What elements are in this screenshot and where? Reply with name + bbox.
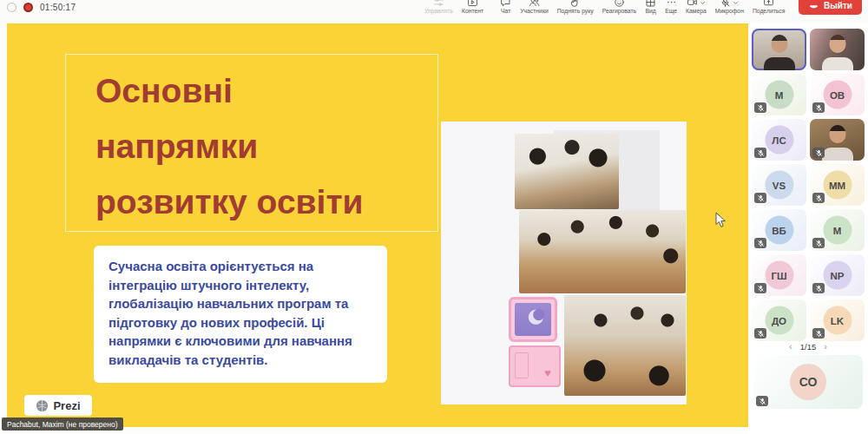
toolbar-label: Участники xyxy=(520,8,548,14)
toolbar-view-button[interactable]: Вид xyxy=(641,0,661,14)
participant-tile[interactable]: VS xyxy=(752,164,806,206)
content-icon xyxy=(467,0,478,6)
participants-icon xyxy=(529,0,540,6)
toolbar-share-button[interactable]: Поделиться xyxy=(748,0,790,14)
computer-keyboard xyxy=(509,345,561,387)
participants-grid: МОВЛСVSММВБМГШNPДОLK xyxy=(752,29,865,341)
prezi-label: Prezi xyxy=(53,399,80,412)
prezi-globe-icon xyxy=(36,399,49,412)
toolbar-items: УправлятьКонтентЧатУчастникиПоднять руку… xyxy=(420,0,789,23)
computer-screen-moon xyxy=(515,303,551,336)
timer-text: 01:50:17 xyxy=(40,3,76,12)
slide-title: Основні напрямки розвитку освіти xyxy=(95,63,364,230)
record-icon xyxy=(23,3,33,12)
toolbar-content-button[interactable]: Контент xyxy=(457,0,488,14)
recording-timer: 01:50:17 xyxy=(7,3,76,12)
slide-body-text: Сучасна освіта орієнтується на інтеграці… xyxy=(108,257,372,369)
participant-tile[interactable]: LK xyxy=(810,299,865,341)
photo-panel xyxy=(441,122,687,404)
participant-video-tile[interactable] xyxy=(810,29,865,70)
presentation-slide: Основні напрямки розвитку освіти Сучасна… xyxy=(7,23,748,427)
toolbar-chat-button[interactable]: Чат xyxy=(496,0,516,14)
participant-initials: ОВ xyxy=(823,81,852,109)
toolbar-react-button[interactable]: Реагировать xyxy=(598,0,641,14)
prezi-logo[interactable]: Prezi xyxy=(24,395,92,416)
participant-tile[interactable]: ЛС xyxy=(752,119,806,161)
participant-tile[interactable]: ММ xyxy=(810,164,865,206)
participant-tile[interactable]: ГШ xyxy=(752,254,806,296)
participant-initials: ЛС xyxy=(765,126,793,155)
raise-hand-icon xyxy=(569,0,581,6)
pager-prev-button[interactable]: ‹ xyxy=(789,342,792,351)
mic-muted-icon xyxy=(754,328,766,339)
mic-muted-icon xyxy=(812,193,825,203)
classroom-photo-3 xyxy=(564,295,686,396)
mic-off-icon xyxy=(720,0,739,6)
mic-muted-icon xyxy=(812,283,825,293)
presenter-tooltip: Pachabut, Maxim (не проверено) xyxy=(2,418,123,431)
toolbar-mic-off-button[interactable]: Микрофон xyxy=(711,0,748,14)
participants-pager: ‹ 1/15 › xyxy=(752,340,865,352)
participant-shoulders xyxy=(822,148,853,161)
toolbar-label: Еще xyxy=(665,8,677,14)
camera-icon xyxy=(687,0,706,6)
participant-initials: ГШ xyxy=(765,261,793,290)
toolbar-label: Камера xyxy=(686,8,707,14)
computer-monitor xyxy=(509,297,557,342)
top-bar: 01:50:17 УправлятьКонтентЧатУчастникиПод… xyxy=(0,0,868,23)
mic-muted-icon xyxy=(812,328,825,339)
participant-initials: ВБ xyxy=(765,216,793,245)
share-icon xyxy=(763,0,774,6)
classroom-photo-1 xyxy=(515,134,619,209)
participant-video-tile[interactable] xyxy=(810,119,865,161)
participant-initials: М xyxy=(765,81,793,109)
participant-initials: NP xyxy=(823,261,852,290)
toolbar-label: Реагировать xyxy=(602,8,636,14)
toolbar-raise-hand-button[interactable]: Поднять руку xyxy=(553,0,598,14)
toolbar-label: Поднять руку xyxy=(557,8,594,14)
pager-next-button[interactable]: › xyxy=(824,342,827,351)
mic-muted-icon xyxy=(812,238,825,248)
classroom-photo-2 xyxy=(519,210,686,293)
mic-muted-icon xyxy=(754,283,766,293)
participant-tile[interactable]: NP xyxy=(810,254,865,296)
leave-label: Выйти xyxy=(824,1,852,10)
toolbar-manage-button[interactable]: Управлять xyxy=(420,0,457,14)
participant-shoulders xyxy=(764,57,795,70)
mouse-cursor xyxy=(715,212,727,228)
pink-computer-illustration xyxy=(509,297,562,394)
react-icon xyxy=(614,0,625,6)
participant-tile[interactable]: М xyxy=(810,209,865,251)
toolbar-camera-button[interactable]: Камера xyxy=(681,0,711,14)
toolbar-label: Контент xyxy=(462,8,483,14)
mic-muted-icon xyxy=(754,148,766,158)
toolbar-more-button[interactable]: Еще xyxy=(661,0,681,14)
mic-muted-icon xyxy=(754,193,766,203)
participant-initials: VS xyxy=(765,171,793,200)
participant-initials: ММ xyxy=(823,171,852,200)
participant-tile[interactable]: ВБ xyxy=(752,209,806,251)
manage-icon xyxy=(433,0,444,6)
chat-icon xyxy=(500,0,511,6)
leave-button[interactable]: Выйти xyxy=(799,0,862,15)
pager-label: 1/15 xyxy=(800,342,817,352)
phone-icon xyxy=(808,0,819,11)
toolbar-participants-button[interactable]: Участники xyxy=(516,0,552,14)
toolbar-label: Микрофон xyxy=(715,8,744,14)
mic-muted-icon xyxy=(754,102,766,113)
participant-tile[interactable]: ОВ xyxy=(810,74,865,115)
participant-tile[interactable]: М xyxy=(752,74,806,115)
mic-muted-icon xyxy=(754,238,766,248)
self-tile[interactable]: СО xyxy=(753,355,863,409)
mic-muted-icon xyxy=(756,396,768,406)
slide-text-card: Сучасна освіта орієнтується на інтеграці… xyxy=(94,246,387,383)
participant-video-tile[interactable] xyxy=(752,29,806,70)
mic-muted-icon xyxy=(812,148,825,158)
toolbar-label: Поделиться xyxy=(753,8,786,14)
participant-face xyxy=(771,35,787,53)
spinner-icon xyxy=(7,3,16,12)
toolbar-label: Чат xyxy=(501,8,510,14)
participant-initials: М xyxy=(823,216,852,245)
more-icon xyxy=(666,0,677,6)
participant-tile[interactable]: ДО xyxy=(752,299,806,341)
